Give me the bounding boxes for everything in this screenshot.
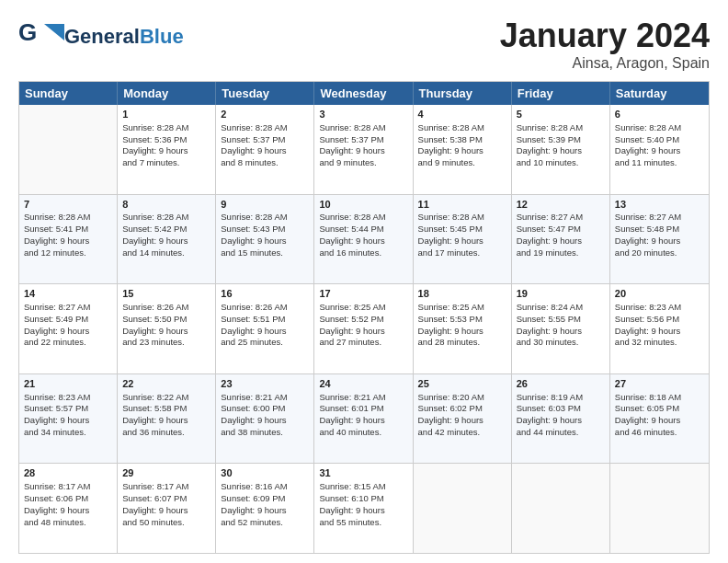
day-info: Sunrise: 8:20 AM	[418, 392, 506, 404]
day-info: Sunset: 5:44 PM	[319, 224, 407, 236]
day-number: 12	[517, 198, 605, 212]
day-info: and 9 minutes.	[418, 157, 506, 169]
day-info: and 9 minutes.	[319, 157, 407, 169]
calendar-cell: 3Sunrise: 8:28 AMSunset: 5:37 PMDaylight…	[314, 105, 413, 194]
day-info: Sunrise: 8:23 AM	[615, 302, 704, 314]
day-info: Sunset: 6:02 PM	[418, 403, 506, 415]
calendar-cell: 22Sunrise: 8:22 AMSunset: 5:58 PMDayligh…	[118, 374, 216, 464]
calendar-cell: 9Sunrise: 8:28 AMSunset: 5:43 PMDaylight…	[216, 195, 314, 284]
day-info: Sunset: 6:07 PM	[122, 493, 210, 505]
day-info: Sunset: 5:51 PM	[221, 314, 309, 326]
day-info: and 55 minutes.	[319, 517, 407, 529]
day-info: Daylight: 9 hours	[122, 236, 210, 247]
day-number: 5	[517, 108, 605, 121]
day-info: Sunrise: 8:17 AM	[122, 481, 210, 493]
day-info: Daylight: 9 hours	[615, 236, 704, 247]
day-info: and 19 minutes.	[517, 247, 605, 259]
page-subtitle: Ainsa, Aragon, Spain	[500, 55, 710, 72]
calendar-cell: 8Sunrise: 8:28 AMSunset: 5:42 PMDaylight…	[118, 195, 216, 284]
day-info: and 36 minutes.	[122, 427, 210, 439]
calendar-cell: 11Sunrise: 8:28 AMSunset: 5:45 PMDayligh…	[414, 195, 512, 284]
svg-marker-1	[44, 24, 64, 40]
day-info: Sunrise: 8:28 AM	[122, 212, 210, 224]
page: G GeneralBlue January 2024 Ainsa, Aragon…	[0, 0, 728, 563]
day-info: Sunset: 6:10 PM	[319, 493, 407, 505]
calendar-cell: 4Sunrise: 8:28 AMSunset: 5:38 PMDaylight…	[414, 105, 512, 194]
day-number: 7	[24, 198, 112, 212]
day-number: 24	[319, 377, 407, 391]
day-info: Sunset: 5:58 PM	[122, 403, 210, 415]
day-info: Sunrise: 8:21 AM	[319, 392, 407, 404]
day-info: and 15 minutes.	[221, 247, 309, 259]
day-info: Sunset: 6:03 PM	[517, 403, 605, 415]
calendar-row: 14Sunrise: 8:27 AMSunset: 5:49 PMDayligh…	[19, 283, 709, 373]
calendar-row: 1Sunrise: 8:28 AMSunset: 5:36 PMDaylight…	[19, 105, 709, 194]
calendar-cell: 27Sunrise: 8:18 AMSunset: 6:05 PMDayligh…	[610, 374, 709, 464]
logo-icon: G	[18, 17, 64, 57]
day-info: Sunrise: 8:16 AM	[221, 481, 309, 493]
day-info: Sunrise: 8:26 AM	[221, 302, 309, 314]
day-info: Sunrise: 8:22 AM	[122, 392, 210, 404]
day-info: Sunrise: 8:28 AM	[221, 212, 309, 224]
day-info: Daylight: 9 hours	[24, 505, 112, 517]
day-info: and 8 minutes.	[221, 157, 309, 169]
day-number: 26	[517, 377, 605, 391]
calendar-cell: 10Sunrise: 8:28 AMSunset: 5:44 PMDayligh…	[314, 195, 413, 284]
day-info: Sunset: 5:49 PM	[24, 314, 112, 326]
day-info: Daylight: 9 hours	[517, 326, 605, 338]
day-info: Sunset: 5:53 PM	[418, 314, 506, 326]
day-info: Daylight: 9 hours	[221, 415, 309, 427]
day-info: and 14 minutes.	[122, 247, 210, 259]
day-number: 22	[122, 377, 210, 391]
day-info: and 38 minutes.	[221, 427, 309, 439]
calendar-cell	[414, 464, 512, 553]
day-info: Sunset: 5:52 PM	[319, 314, 407, 326]
col-tuesday: Tuesday	[216, 82, 314, 105]
day-info: Sunrise: 8:28 AM	[418, 122, 506, 134]
day-number: 2	[221, 108, 309, 121]
day-number: 23	[221, 377, 309, 391]
day-info: Sunrise: 8:25 AM	[319, 302, 407, 314]
calendar-row: 7Sunrise: 8:28 AMSunset: 5:41 PMDaylight…	[19, 194, 709, 284]
calendar-cell: 2Sunrise: 8:28 AMSunset: 5:37 PMDaylight…	[216, 105, 314, 194]
day-number: 11	[418, 198, 506, 212]
day-info: and 20 minutes.	[615, 247, 704, 259]
day-number: 30	[221, 466, 309, 480]
day-info: Sunrise: 8:28 AM	[615, 122, 704, 134]
day-info: Sunset: 6:01 PM	[319, 403, 407, 415]
day-number: 20	[615, 287, 704, 301]
day-info: Daylight: 9 hours	[24, 236, 112, 247]
col-friday: Friday	[512, 82, 610, 105]
day-info: Sunrise: 8:27 AM	[615, 212, 704, 224]
day-number: 28	[24, 466, 112, 480]
day-number: 15	[122, 287, 210, 301]
day-info: Sunset: 5:48 PM	[615, 224, 704, 236]
day-info: Daylight: 9 hours	[122, 505, 210, 517]
day-info: Sunrise: 8:19 AM	[517, 392, 605, 404]
day-info: Daylight: 9 hours	[221, 326, 309, 338]
day-info: and 7 minutes.	[122, 157, 210, 169]
day-info: and 32 minutes.	[615, 337, 704, 349]
day-info: Daylight: 9 hours	[418, 415, 506, 427]
day-number: 9	[221, 198, 309, 212]
calendar-cell: 16Sunrise: 8:26 AMSunset: 5:51 PMDayligh…	[216, 284, 314, 373]
day-info: Daylight: 9 hours	[221, 145, 309, 157]
day-info: Sunset: 5:38 PM	[418, 134, 506, 146]
day-number: 8	[122, 198, 210, 212]
day-info: Daylight: 9 hours	[517, 415, 605, 427]
day-number: 13	[615, 198, 704, 212]
day-info: Sunrise: 8:28 AM	[418, 212, 506, 224]
page-title: January 2024	[500, 17, 710, 55]
day-info: Sunset: 5:40 PM	[615, 134, 704, 146]
day-info: and 42 minutes.	[418, 427, 506, 439]
day-info: Daylight: 9 hours	[319, 326, 407, 338]
calendar-cell	[19, 105, 118, 194]
day-info: Daylight: 9 hours	[319, 236, 407, 247]
logo-text: GeneralBlue	[64, 26, 184, 48]
calendar-cell	[512, 464, 610, 553]
day-info: Sunset: 5:50 PM	[122, 314, 210, 326]
day-info: Sunset: 5:37 PM	[319, 134, 407, 146]
day-info: Sunset: 5:39 PM	[517, 134, 605, 146]
day-info: and 27 minutes.	[319, 337, 407, 349]
day-info: and 44 minutes.	[517, 427, 605, 439]
